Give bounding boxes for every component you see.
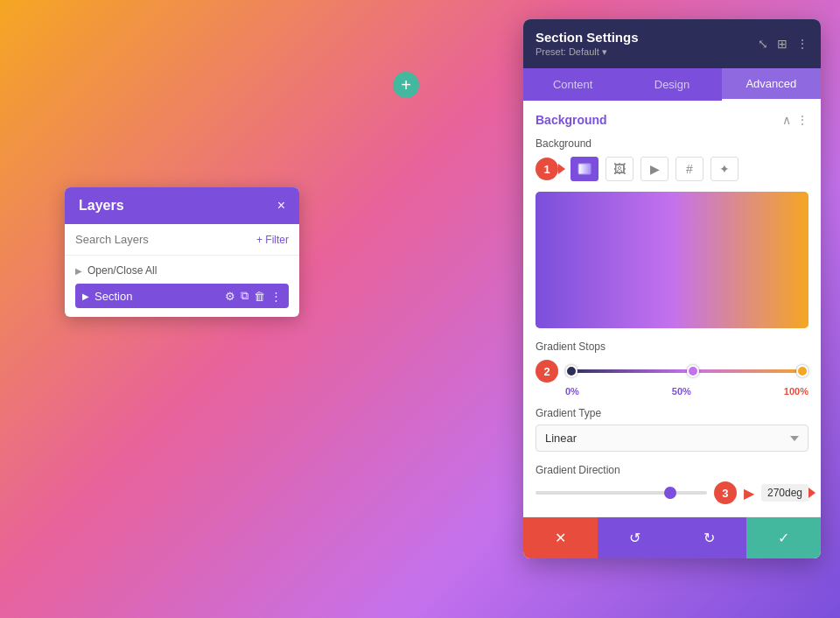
undo-button[interactable]: ↺	[598, 517, 672, 558]
gradient-stop-labels: 0% 50% 100%	[565, 386, 808, 397]
settings-content: Background ∧ ⋮ Background 1	[523, 101, 821, 516]
settings-panel: Section Settings Preset: Default ▾ ⤡ ⊞ ⋮…	[523, 19, 821, 558]
save-button[interactable]: ✓	[746, 517, 821, 558]
grad-stop-50[interactable]	[687, 365, 699, 377]
open-close-all[interactable]: ▶ Open/Close All	[75, 264, 289, 277]
step-1-number: 1	[543, 163, 550, 176]
redo-button[interactable]: ↻	[672, 517, 746, 558]
bg-type-image-icon[interactable]: 🖼	[606, 157, 634, 181]
stop-label-100: 100%	[784, 386, 808, 397]
step-1-badge: 1	[536, 158, 558, 180]
bg-type-row: 1 🖼 ▶ # ✦	[536, 157, 808, 181]
cancel-button[interactable]: ✕	[523, 517, 598, 558]
direction-arrow-icon: ▶	[744, 485, 754, 502]
bg-type-pattern-icon[interactable]: #	[676, 157, 704, 181]
settings-header: Section Settings Preset: Default ▾ ⤡ ⊞ ⋮	[523, 19, 821, 68]
tab-design[interactable]: Design	[622, 68, 721, 101]
settings-tabs: Content Design Advanced	[523, 68, 821, 101]
layers-title: Layers	[79, 198, 124, 214]
layers-search-input[interactable]	[75, 233, 249, 246]
step-3-badge: 3	[714, 481, 737, 504]
stop-label-50: 50%	[672, 386, 691, 397]
gradient-direction-label: Gradient Direction	[536, 464, 808, 476]
settings-more-icon[interactable]: ⋮	[796, 37, 808, 51]
settings-title: Section Settings	[536, 30, 639, 45]
bg-section-actions: ∧ ⋮	[782, 113, 808, 127]
gradient-preview	[536, 192, 808, 328]
bg-type-gradient-icon[interactable]	[570, 157, 598, 181]
step-3-number: 3	[722, 487, 728, 500]
gradient-stops-row: 2	[536, 360, 808, 383]
layers-body: ▶ Open/Close All ▶ Section ⚙ ⧉ 🗑 ⋮	[65, 256, 299, 317]
section-more-icon[interactable]: ⋮	[270, 290, 282, 303]
step-2-number: 2	[543, 365, 550, 378]
bg-type-mask-icon[interactable]: ✦	[710, 157, 738, 181]
bg-label: Background	[536, 137, 808, 150]
bg-type-video-icon[interactable]: ▶	[640, 157, 668, 181]
settings-header-icons: ⤡ ⊞ ⋮	[758, 37, 808, 51]
settings-preset[interactable]: Preset: Default ▾	[536, 46, 639, 58]
section-arrow-icon: ▶	[82, 291, 89, 301]
tab-content[interactable]: Content	[523, 68, 622, 101]
add-button[interactable]: +	[393, 72, 419, 98]
section-icons: ⚙ ⧉ 🗑 ⋮	[225, 289, 282, 303]
grad-stop-100[interactable]	[796, 365, 808, 377]
tab-advanced[interactable]: Advanced	[722, 68, 821, 101]
section-settings-icon[interactable]: ⚙	[225, 290, 235, 303]
bg-more-icon[interactable]: ⋮	[796, 113, 808, 127]
settings-columns-icon[interactable]: ⊞	[777, 37, 788, 51]
section-label: Section	[94, 290, 220, 303]
svg-rect-0	[578, 164, 591, 174]
open-close-label: Open/Close All	[88, 264, 157, 277]
layers-panel: Layers × + Filter ▶ Open/Close All ▶ Sec…	[65, 187, 299, 317]
direction-dot[interactable]	[664, 487, 676, 499]
bg-section-title: Background	[536, 113, 607, 127]
grad-stop-0[interactable]	[565, 365, 578, 377]
settings-fullscreen-icon[interactable]: ⤡	[758, 37, 768, 51]
section-duplicate-icon[interactable]: ⧉	[241, 289, 248, 303]
bg-type-icons: 🖼 ▶ # ✦	[570, 157, 738, 181]
direction-value: 270deg	[761, 484, 808, 502]
layers-header: Layers ×	[65, 187, 299, 224]
stop-label-0: 0%	[565, 386, 579, 397]
direction-track[interactable]	[536, 491, 707, 495]
settings-footer: ✕ ↺ ↻ ✓	[523, 516, 821, 558]
layers-search-row: + Filter	[65, 224, 299, 256]
gradient-direction-row: 3 ▶ 270deg	[536, 481, 808, 504]
settings-title-group: Section Settings Preset: Default ▾	[536, 30, 639, 58]
section-row[interactable]: ▶ Section ⚙ ⧉ 🗑 ⋮	[75, 284, 289, 308]
bg-collapse-icon[interactable]: ∧	[782, 113, 791, 127]
gradient-stops-label: Gradient Stops	[536, 341, 808, 353]
layers-filter-button[interactable]: + Filter	[256, 234, 289, 246]
arrow-icon: ▶	[75, 266, 82, 276]
step-2-badge: 2	[536, 360, 558, 383]
section-delete-icon[interactable]: 🗑	[254, 290, 265, 303]
layers-close-button[interactable]: ×	[277, 198, 285, 214]
gradient-type-select[interactable]: Linear Radial Conic	[536, 425, 808, 452]
gradient-track[interactable]	[565, 369, 808, 373]
gradient-type-label: Gradient Type	[536, 407, 808, 419]
bg-section-heading: Background ∧ ⋮	[536, 113, 808, 127]
